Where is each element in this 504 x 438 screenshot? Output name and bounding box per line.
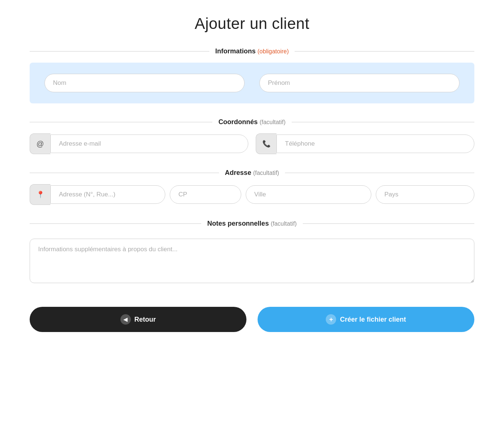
notes-divider: Notes personnelles (facultatif): [30, 220, 474, 228]
plus-icon: +: [326, 314, 336, 325]
cp-input[interactable]: [170, 185, 241, 204]
address-group: 📍: [30, 184, 165, 205]
adresse-divider: Adresse (facultatif): [30, 169, 474, 177]
email-input[interactable]: [50, 135, 248, 153]
informations-divider: Informations (obligatoire): [30, 47, 474, 55]
back-button[interactable]: ◀ Retour: [30, 307, 246, 332]
adresse-section-title: Adresse (facultatif): [225, 169, 279, 177]
ville-input[interactable]: [246, 185, 371, 204]
adresse-block: Adresse (facultatif) 📍: [30, 169, 474, 205]
email-group: @: [30, 133, 248, 154]
nom-input[interactable]: [44, 74, 245, 92]
coordonnees-divider: Coordonnés (facultatif): [30, 118, 474, 126]
telephone-input[interactable]: [276, 135, 474, 153]
phone-icon: 📞: [256, 133, 276, 154]
coordonnees-block: Coordonnés (facultatif) @ 📞: [30, 118, 474, 154]
create-button[interactable]: + Créer le fichier client: [258, 307, 474, 332]
notes-block: Notes personnelles (facultatif): [30, 220, 474, 285]
notes-textarea[interactable]: [30, 239, 474, 283]
informations-panel: [30, 63, 474, 103]
notes-section-title: Notes personnelles (facultatif): [207, 220, 296, 228]
location-icon: 📍: [30, 184, 50, 205]
footer-buttons: ◀ Retour + Créer le fichier client: [30, 307, 474, 332]
adresse-input[interactable]: [50, 185, 165, 204]
back-arrow-icon: ◀: [120, 314, 131, 325]
phone-group: 📞: [256, 133, 474, 154]
informations-section-title: Informations (obligatoire): [215, 47, 289, 55]
prenom-input[interactable]: [259, 74, 460, 92]
coordonnees-row: @ 📞: [30, 133, 474, 154]
email-icon: @: [30, 133, 50, 154]
coordonnees-section-title: Coordonnés (facultatif): [218, 118, 285, 126]
pays-input[interactable]: [376, 185, 474, 204]
page-title: Ajouter un client: [195, 15, 309, 33]
address-row: 📍: [30, 184, 474, 205]
